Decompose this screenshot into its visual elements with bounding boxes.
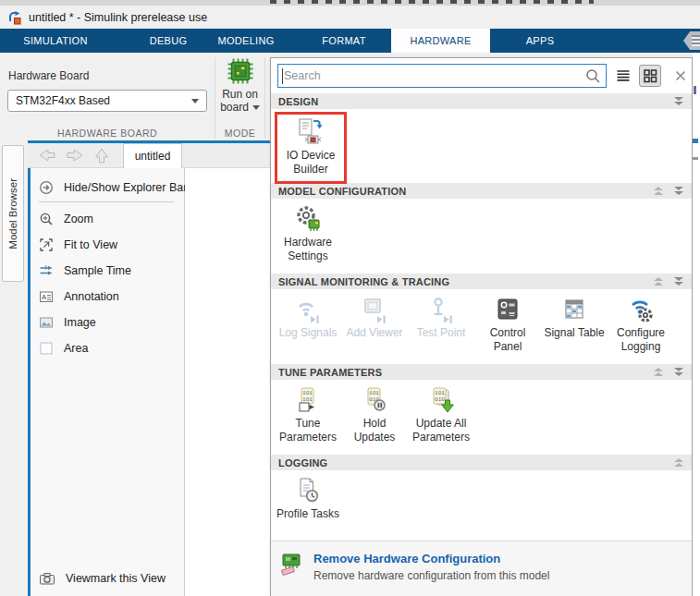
hardware-gallery-popup: DESIGN IO Device Builder (270, 57, 693, 596)
expand-down-icon[interactable] (674, 97, 683, 105)
collapse-up-icon[interactable] (654, 187, 663, 195)
gallery-item-test-point[interactable]: Test Point (408, 292, 474, 340)
update-all-parameters-icon: 101 010 (426, 385, 456, 415)
up-arrow-icon[interactable] (92, 147, 111, 164)
tab-simulation[interactable]: SIMULATION (23, 29, 87, 53)
hardware-board-value: STM32F4xx Based (16, 94, 110, 107)
palette-item-image[interactable]: Image (39, 312, 96, 333)
canvas-area[interactable] (185, 168, 270, 596)
mode-group: Run on board MODE (215, 53, 264, 143)
palette-item-fit-to-view[interactable]: Fit to View (39, 235, 117, 255)
section-header-tune-parameters: TUNE PARAMETERS (271, 364, 692, 380)
tab-apps[interactable]: APPS (526, 29, 555, 53)
svg-text:101: 101 (435, 390, 445, 396)
forward-arrow-icon[interactable] (65, 147, 85, 164)
highlight-box: IO Device Builder (275, 112, 347, 184)
add-viewer-icon (360, 295, 389, 324)
grid-view-icon[interactable] (639, 65, 660, 87)
toolstrip-separator (264, 57, 265, 139)
log-signals-icon (293, 295, 323, 324)
expand-down-icon[interactable] (674, 187, 683, 195)
gallery-search-row (271, 58, 692, 93)
io-device-builder-icon (296, 117, 325, 147)
collapse-up-icon[interactable] (674, 458, 683, 467)
gallery-item-signal-table[interactable]: Signal Table (541, 292, 608, 340)
mode-caption: MODE (215, 128, 264, 139)
remove-hardware-configuration-link[interactable]: Remove Hardware Configuration (313, 552, 549, 566)
viewmark-camera-icon (39, 571, 55, 586)
model-browser-tab[interactable]: Model Browser (2, 145, 24, 282)
svg-text:101: 101 (302, 390, 313, 396)
section-content-signal-monitoring: Log Signals Add Viewer (271, 289, 692, 364)
gallery-item-profile-tasks[interactable]: Profile Tasks (275, 473, 341, 521)
text-caret (282, 68, 283, 84)
toolstrip-tab-bar: SIMULATION DEBUG MODELING FORMAT HARDWAR… (0, 29, 700, 53)
gallery-item-hold-updates[interactable]: 101 010 Hold Updates (341, 383, 408, 444)
expand-down-icon[interactable] (674, 368, 683, 376)
tab-modeling[interactable]: MODELING (217, 29, 274, 53)
model-browser-label: Model Browser (7, 178, 18, 249)
image-icon (39, 315, 54, 330)
document-tab[interactable]: untitled (123, 143, 182, 168)
collapse-up-icon[interactable] (654, 368, 663, 376)
clipped-fragment (694, 86, 696, 94)
profile-tasks-icon (293, 476, 323, 505)
remove-hardware-icon (280, 552, 304, 576)
svg-text:010: 010 (435, 396, 445, 403)
gallery-item-control-panel[interactable]: Control Panel (474, 292, 541, 354)
chevron-down-icon (252, 105, 260, 110)
gallery-item-add-viewer[interactable]: Add Viewer (341, 292, 408, 340)
gallery-item-update-all-parameters[interactable]: 101 010 Update All Parameters (408, 383, 474, 444)
background-sliver (693, 53, 700, 596)
gallery-item-tune-parameters[interactable]: 101 101 Tune Parameters (275, 383, 341, 444)
chevron-down-icon (191, 99, 199, 103)
run-on-board-label[interactable]: Run on (215, 88, 264, 101)
gallery-item-configure-logging[interactable]: Configure Logging (608, 292, 674, 354)
test-point-icon (426, 295, 456, 324)
gallery-item-io-device-builder[interactable]: IO Device Builder (277, 115, 344, 176)
palette-accent-line (28, 168, 31, 596)
palette-item-zoom[interactable]: Zoom (39, 209, 93, 229)
simulink-model-icon (7, 10, 22, 25)
gallery-footer: Remove Hardware Configuration Remove har… (271, 541, 692, 596)
palette-item-area[interactable]: Area (39, 338, 88, 359)
toolstrip-collapse-icon[interactable] (683, 31, 700, 50)
title-bar: untitled * - Simulink prerelease use (0, 6, 700, 29)
hardware-board-dropdown[interactable]: STM32F4xx Based (7, 90, 207, 112)
palette-item-explorer-bar[interactable]: Hide/Show Explorer Bar (39, 177, 187, 198)
tab-hardware-selected[interactable]: HARDWARE (391, 29, 490, 53)
palette-item-viewmark[interactable]: Viewmark this View (39, 568, 166, 589)
search-box (277, 64, 607, 88)
svg-text:101: 101 (302, 396, 313, 403)
expand-down-icon[interactable] (674, 277, 683, 286)
fit-to-view-icon (39, 237, 54, 252)
back-arrow-icon[interactable] (37, 147, 57, 164)
chip-icon[interactable] (227, 57, 254, 85)
remove-hardware-configuration-description: Remove hardware configuration from this … (313, 569, 549, 582)
section-header-design: DESIGN (271, 93, 692, 109)
run-on-board-dropdown[interactable]: board (215, 101, 264, 114)
explorer-bar-icon (39, 180, 54, 195)
gallery-item-log-signals[interactable]: Log Signals (275, 292, 341, 340)
palette-item-annotation[interactable]: A Annotation (39, 286, 119, 307)
palette-separator (39, 201, 174, 202)
svg-text:101: 101 (369, 390, 379, 396)
clipped-text-remnant (270, 0, 594, 4)
clipped-fragment (693, 139, 698, 143)
collapse-up-icon[interactable] (654, 277, 663, 286)
sample-time-icon (39, 263, 54, 278)
control-panel-icon (493, 295, 522, 324)
section-content-design: IO Device Builder (271, 109, 692, 183)
section-content-logging: Profile Tasks (271, 470, 692, 541)
window-title: untitled * - Simulink prerelease use (29, 11, 207, 24)
close-icon[interactable] (670, 65, 692, 87)
tab-format[interactable]: FORMAT (322, 29, 365, 53)
canvas-navigation-bar: untitled (28, 143, 270, 168)
list-view-icon[interactable] (612, 65, 633, 87)
hardware-settings-icon (293, 204, 323, 234)
gallery-item-hardware-settings[interactable]: Hardware Settings (275, 201, 341, 263)
search-input[interactable] (278, 69, 585, 82)
svg-text:A: A (42, 293, 46, 301)
tab-debug[interactable]: DEBUG (150, 29, 188, 53)
palette-item-sample-time[interactable]: Sample Time (39, 261, 131, 281)
